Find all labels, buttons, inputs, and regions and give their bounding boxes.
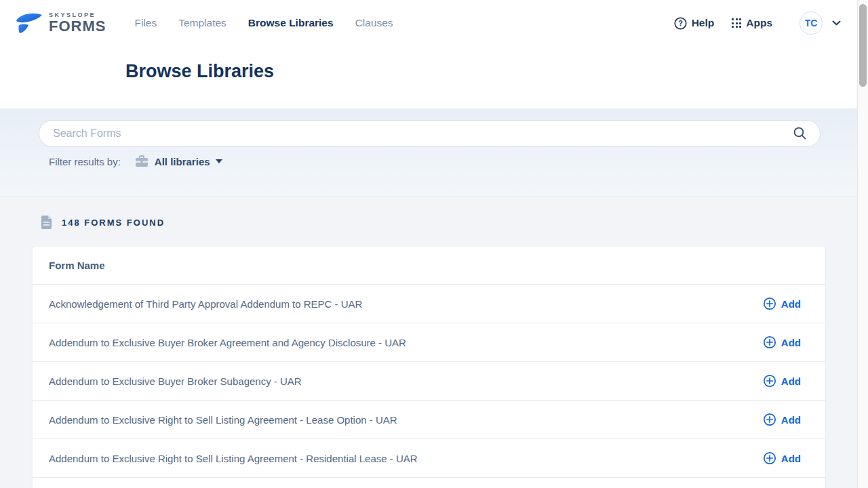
- nav-item-browse-libraries[interactable]: Browse Libraries: [248, 17, 334, 29]
- svg-text:?: ?: [678, 19, 683, 27]
- table-row: Addendum to Exclusive Buyer Broker Subag…: [33, 362, 825, 401]
- add-button-label: Add: [781, 453, 801, 464]
- help-button[interactable]: ? Help: [674, 17, 715, 30]
- library-filter-value: All libraries: [155, 156, 210, 167]
- form-name: Addendum to Exclusive Buyer Broker Agree…: [49, 337, 763, 348]
- table-row: Addendum to Exclusive Right to Sell List…: [33, 401, 825, 439]
- add-form-button[interactable]: Add: [763, 374, 801, 388]
- caret-down-icon: [216, 159, 222, 163]
- logo-line2: FORMS: [49, 19, 106, 34]
- search-input[interactable]: [53, 127, 791, 140]
- plus-circle-icon: [763, 413, 776, 426]
- briefcase-icon: [134, 155, 149, 168]
- add-form-button[interactable]: Add: [763, 451, 801, 465]
- search-section: Filter results by: All libraries: [0, 108, 868, 197]
- add-button-label: Add: [781, 298, 801, 310]
- primary-nav: Files Templates Browse Libraries Clauses: [134, 17, 393, 29]
- filter-label: Filter results by:: [49, 156, 121, 167]
- form-name: Addendum to Exclusive Right to Sell List…: [49, 453, 763, 464]
- add-form-button[interactable]: Add: [763, 336, 801, 349]
- avatar[interactable]: TC: [800, 12, 823, 35]
- apps-label: Apps: [746, 17, 772, 29]
- top-bar: SKYSLOPE FORMS Files Templates Browse Li…: [0, 0, 868, 46]
- logo-wordmark: SKYSLOPE FORMS: [49, 12, 106, 34]
- form-name: Addendum to Exclusive Right to Sell List…: [49, 414, 763, 426]
- form-name: Addendum to Exclusive Buyer Broker Subag…: [49, 375, 763, 387]
- add-button-label: Add: [781, 337, 801, 348]
- app-header: SKYSLOPE FORMS Files Templates Browse Li…: [0, 0, 868, 108]
- search-button[interactable]: [791, 125, 809, 142]
- nav-item-templates[interactable]: Templates: [178, 17, 226, 29]
- page-scrollbar[interactable]: [857, 0, 868, 488]
- library-filter-dropdown[interactable]: All libraries: [134, 155, 222, 168]
- document-icon: [41, 215, 52, 230]
- form-name: Acknowledgement of Third Party Approval …: [49, 298, 763, 310]
- add-button-label: Add: [781, 375, 801, 387]
- search-icon: [793, 126, 808, 141]
- results-count: 148 FORMS FOUND: [41, 215, 165, 230]
- nav-item-files[interactable]: Files: [134, 17, 157, 29]
- top-bar-actions: ? Help Apps TC: [674, 12, 841, 35]
- plus-circle-icon: [763, 374, 776, 388]
- add-form-button[interactable]: Add: [763, 413, 801, 426]
- forms-found-label: 148 FORMS FOUND: [62, 218, 165, 228]
- filter-row: Filter results by: All libraries: [49, 155, 222, 168]
- apps-grid-icon: [732, 18, 741, 28]
- forms-table: Form Name Acknowledgement of Third Party…: [33, 247, 825, 488]
- plus-circle-icon: [763, 297, 776, 310]
- table-header-row: Form Name: [33, 247, 825, 285]
- column-header-form-name: Form Name: [49, 260, 105, 271]
- add-button-label: Add: [781, 414, 801, 426]
- plus-circle-icon: [763, 451, 776, 465]
- help-question-icon: ?: [674, 17, 687, 30]
- scrollbar-thumb[interactable]: [859, 4, 867, 87]
- table-row: Addendum to Exclusive Buyer Broker Agree…: [33, 323, 825, 362]
- table-row: Acknowledgement of Third Party Approval …: [33, 285, 825, 323]
- add-form-button[interactable]: Add: [763, 297, 801, 310]
- skyslope-swoosh-icon: [15, 12, 43, 35]
- apps-button[interactable]: Apps: [732, 17, 772, 29]
- account-menu[interactable]: TC: [800, 12, 841, 35]
- table-row: Addendum to Exclusive Right to Sell List…: [33, 439, 825, 478]
- search-form: [39, 120, 821, 147]
- page-title: Browse Libraries: [125, 61, 274, 82]
- help-label: Help: [692, 17, 715, 29]
- nav-item-clauses[interactable]: Clauses: [355, 17, 393, 29]
- plus-circle-icon: [763, 336, 776, 349]
- skyslope-forms-logo[interactable]: SKYSLOPE FORMS: [15, 12, 106, 35]
- chevron-down-icon[interactable]: [832, 20, 841, 26]
